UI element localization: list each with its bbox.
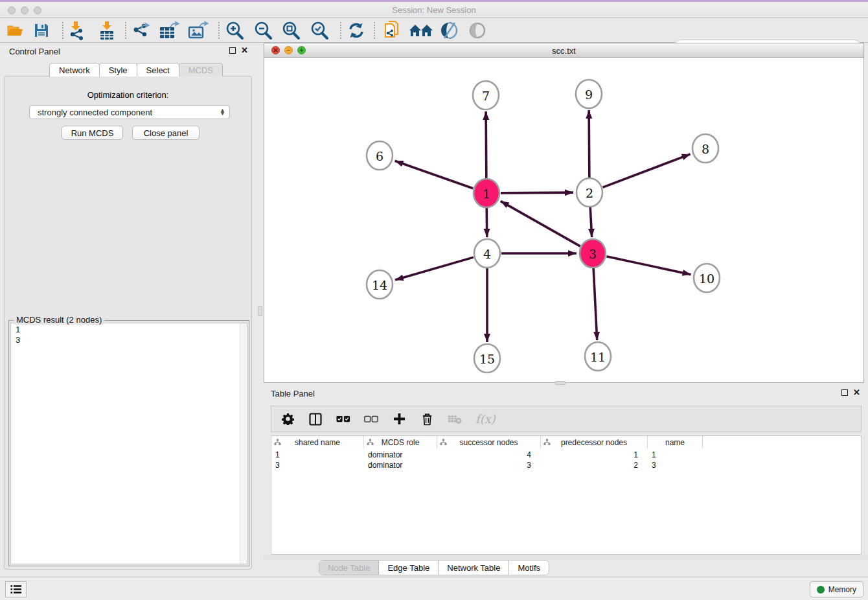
tab-edge-table[interactable]: Edge Table bbox=[379, 560, 439, 575]
zoom-fit-button[interactable] bbox=[280, 21, 302, 40]
plus-icon bbox=[393, 413, 405, 425]
network-window-titlebar[interactable]: ✕ − + scc.txt bbox=[264, 43, 863, 58]
memory-button[interactable]: Memory bbox=[810, 581, 863, 597]
tab-select[interactable]: Select bbox=[137, 63, 179, 76]
mcds-result-title: MCDS result (2 nodes) bbox=[14, 315, 104, 325]
edge-3-11[interactable] bbox=[593, 268, 597, 340]
mcds-result-list[interactable]: 13 bbox=[10, 323, 247, 564]
export-network-icon bbox=[131, 21, 152, 40]
chevron-up-down-icon: ▲▼ bbox=[220, 109, 225, 115]
tab-node-table[interactable]: Node Table bbox=[319, 560, 380, 575]
close-table-panel-icon[interactable]: ✕ bbox=[853, 389, 860, 396]
edge-2-9[interactable] bbox=[589, 110, 589, 178]
float-panel-icon[interactable] bbox=[229, 47, 236, 54]
open-session-button[interactable] bbox=[5, 21, 26, 40]
import-table-button[interactable] bbox=[96, 21, 118, 40]
delete-table-button[interactable] bbox=[448, 414, 462, 424]
network-canvas[interactable]: 1234678910111415 bbox=[264, 58, 863, 382]
table-cell[interactable]: 2 bbox=[541, 460, 648, 470]
scrollbar[interactable] bbox=[240, 323, 247, 564]
column-header-predecessor-nodes[interactable]: predecessor nodes bbox=[541, 436, 648, 448]
table-row[interactable]: 3dominator323 bbox=[271, 460, 703, 470]
tab-network-table[interactable]: Network Table bbox=[439, 560, 509, 575]
table-row[interactable]: 1dominator411 bbox=[271, 450, 703, 460]
task-history-button[interactable] bbox=[5, 581, 27, 597]
visual-style-button[interactable] bbox=[438, 21, 460, 40]
criterion-dropdown[interactable]: strongly connected component ▲▼ bbox=[29, 105, 230, 119]
edge-1-2[interactable] bbox=[501, 192, 573, 193]
home-button[interactable] bbox=[408, 21, 434, 40]
float-table-panel-icon[interactable] bbox=[841, 389, 848, 396]
graph-node-8[interactable]: 8 bbox=[692, 134, 718, 163]
edge-2-8[interactable] bbox=[603, 154, 691, 187]
save-session-button[interactable] bbox=[31, 21, 52, 40]
table-toolbar: f(x) bbox=[271, 406, 862, 432]
table-cell[interactable]: 4 bbox=[437, 450, 541, 460]
edge-1-6[interactable] bbox=[395, 161, 474, 188]
graph-node-1[interactable]: 1 bbox=[474, 179, 499, 207]
table-cell[interactable]: dominator bbox=[364, 450, 437, 460]
tab-motifs[interactable]: Motifs bbox=[509, 560, 549, 575]
edge-4-14[interactable] bbox=[395, 257, 474, 280]
eye-button[interactable] bbox=[466, 21, 488, 40]
graph-node-14[interactable]: 14 bbox=[367, 270, 393, 299]
edge-1-7[interactable] bbox=[486, 111, 486, 179]
graph-node-9[interactable]: 9 bbox=[576, 80, 602, 108]
export-table-button[interactable] bbox=[157, 21, 181, 40]
graph-node-3[interactable]: 3 bbox=[580, 239, 606, 268]
status-bar: Memory bbox=[0, 577, 868, 600]
graph-node-2[interactable]: 2 bbox=[577, 178, 602, 207]
unselect-all-button[interactable] bbox=[364, 415, 378, 423]
table-cell[interactable]: 3 bbox=[437, 460, 541, 470]
select-all-button[interactable] bbox=[336, 415, 350, 423]
visual-style-icon bbox=[439, 21, 459, 40]
run-mcds-button[interactable]: Run MCDS bbox=[62, 126, 123, 140]
close-panel-icon[interactable]: ✕ bbox=[241, 47, 248, 54]
table-cell[interactable]: 1 bbox=[541, 450, 648, 460]
graph-node-11[interactable]: 11 bbox=[585, 342, 611, 371]
zoom-out-button[interactable] bbox=[252, 21, 274, 40]
gear-button[interactable] bbox=[280, 413, 295, 425]
copy-network-button[interactable] bbox=[381, 21, 404, 40]
add-row-button[interactable] bbox=[392, 413, 406, 425]
graph-node-6[interactable]: 6 bbox=[367, 141, 393, 170]
network-graph[interactable]: 1234678910111415 bbox=[264, 58, 863, 382]
delete-row-button[interactable] bbox=[420, 413, 434, 426]
column-header-shared-name[interactable]: shared name bbox=[271, 436, 364, 448]
column-layout-button[interactable] bbox=[308, 413, 323, 426]
table-cell[interactable]: 1 bbox=[648, 450, 703, 460]
horizontal-split-handle[interactable] bbox=[555, 381, 565, 385]
main-toolbar bbox=[0, 18, 868, 43]
table-cell[interactable]: 3 bbox=[271, 460, 364, 470]
node-table[interactable]: shared nameMCDS rolesuccessor nodesprede… bbox=[271, 435, 862, 555]
tab-network[interactable]: Network bbox=[49, 63, 100, 76]
column-header-successor-nodes[interactable]: successor nodes bbox=[437, 436, 541, 448]
edge-2-3[interactable] bbox=[590, 207, 592, 237]
graph-node-10[interactable]: 10 bbox=[694, 264, 720, 292]
hierarchy-icon bbox=[543, 439, 551, 448]
function-builder-button[interactable]: f(x) bbox=[475, 412, 496, 426]
export-image-button[interactable] bbox=[187, 21, 210, 40]
graph-node-15[interactable]: 15 bbox=[474, 344, 500, 373]
export-network-button[interactable] bbox=[130, 21, 153, 40]
edge-3-1[interactable] bbox=[501, 201, 580, 246]
graph-node-4[interactable]: 4 bbox=[474, 239, 500, 268]
vertical-split-handle[interactable] bbox=[258, 306, 262, 316]
import-network-button[interactable] bbox=[66, 21, 88, 40]
delete-table-icon bbox=[448, 414, 462, 424]
zoom-selected-button[interactable] bbox=[308, 21, 330, 40]
column-header-MCDS-role[interactable]: MCDS role bbox=[364, 436, 437, 448]
zoom-in-button[interactable] bbox=[223, 21, 246, 40]
edge-3-10[interactable] bbox=[607, 257, 691, 275]
graph-node-7[interactable]: 7 bbox=[473, 81, 499, 110]
refresh-button[interactable] bbox=[345, 21, 367, 40]
close-panel-button[interactable]: Close panel bbox=[132, 126, 200, 140]
copy-network-icon bbox=[383, 20, 402, 41]
tab-style[interactable]: Style bbox=[99, 63, 137, 76]
table-cell[interactable]: 3 bbox=[648, 460, 703, 470]
table-header-row: shared nameMCDS rolesuccessor nodesprede… bbox=[271, 436, 703, 448]
table-cell[interactable]: 1 bbox=[271, 450, 364, 460]
table-cell[interactable]: dominator bbox=[364, 460, 437, 470]
tab-mcds[interactable]: MCDS bbox=[179, 63, 223, 76]
column-header-name[interactable]: name bbox=[648, 436, 703, 448]
